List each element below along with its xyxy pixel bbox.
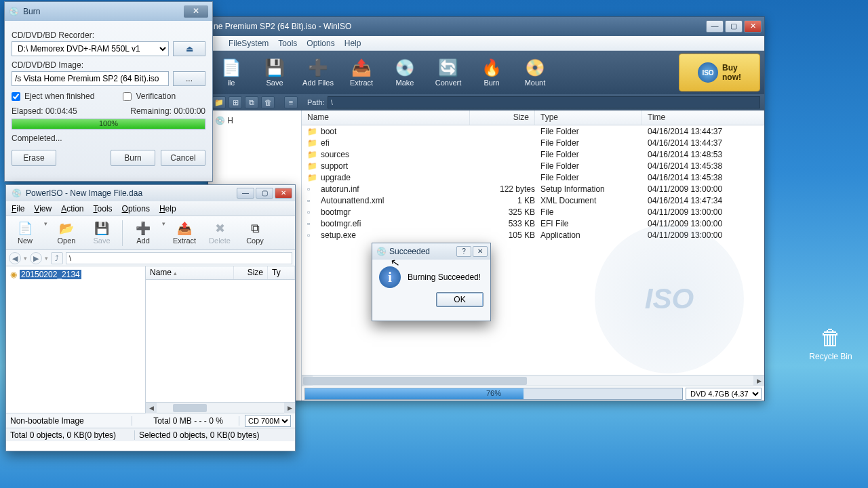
table-row[interactable]: 📁upgradeFile Folder04/16/2014 13:45:38 [302, 171, 764, 183]
ok-button[interactable]: OK [436, 292, 484, 307]
media-capacity-select[interactable]: DVD 4.7GB (4.37G) [686, 388, 762, 400]
nav-path-input[interactable] [66, 252, 292, 264]
file-icon: ▫ [307, 184, 318, 194]
menu-help[interactable]: Help [344, 39, 361, 48]
succeeded-titlebar[interactable]: 💿Succeeded ? ✕ [372, 243, 490, 260]
file-time: 04/16/2014 13:44:37 [648, 138, 759, 148]
poweriso-minimize-button[interactable]: — [237, 188, 254, 199]
menu-tools[interactable]: Tools [94, 204, 113, 214]
toolbar-mount[interactable]: 📀Mount [516, 54, 554, 92]
media-type-select[interactable]: CD 700M [245, 415, 291, 427]
file-time: 04/11/2009 13:00:00 [648, 230, 759, 240]
menu-file[interactable]: File [12, 204, 24, 214]
table-row[interactable]: 📁efiFile Folder04/16/2014 13:44:37 [302, 137, 764, 148]
succeeded-close-button[interactable]: ✕ [473, 246, 488, 257]
eject-when-finished-checkbox[interactable] [12, 92, 20, 101]
delete-button[interactable]: 🗑 [261, 96, 275, 108]
toolbar-open[interactable]: 📂Open [50, 218, 83, 249]
toolbar-add-files[interactable]: ➕Add Files [299, 54, 337, 92]
menu-tools[interactable]: Tools [278, 39, 297, 48]
table-row[interactable]: ▫bootmgr.efi533 KBEFI File04/11/2009 13:… [302, 218, 764, 229]
table-row[interactable]: 📁sourcesFile Folder04/16/2014 13:48:53 [302, 148, 764, 160]
poweriso-close-button[interactable]: ✕ [275, 188, 292, 199]
tree-root[interactable]: 💿 H [212, 115, 297, 127]
list-view-button[interactable]: ≡ [284, 96, 298, 108]
copy-button[interactable]: ⧉ [245, 96, 258, 108]
close-button[interactable]: ✕ [744, 20, 762, 33]
poweriso-titlebar[interactable]: 💿PowerISO - New Image File.daa — ▢ ✕ [6, 185, 295, 201]
col-time[interactable]: Time [642, 110, 764, 125]
path-input[interactable] [328, 96, 760, 108]
poweriso-tree[interactable]: ◉ 20150202_2134 [6, 266, 146, 413]
maximize-button[interactable]: ▢ [725, 20, 743, 33]
nav-up-button[interactable]: ⤴ [51, 252, 63, 264]
nav-back-button[interactable]: ◀ [9, 252, 21, 264]
desktop-recycle-bin[interactable]: 🗑 Recycle Bin [807, 325, 854, 361]
menu-options[interactable]: Options [307, 39, 334, 48]
table-row[interactable]: ▫bootmgr325 KBFile04/11/2009 13:00:00 [302, 206, 764, 218]
table-row[interactable]: ▫autorun.inf122 bytesSetup Information04… [302, 183, 764, 195]
burn-titlebar[interactable]: 💿Burn ✕ [5, 2, 212, 21]
menu-filesystem[interactable]: FileSystem [229, 39, 269, 48]
poweriso-maximize-button[interactable]: ▢ [256, 188, 273, 199]
toolbar-save[interactable]: 💾Save [256, 54, 294, 92]
scroll-thumb[interactable] [173, 404, 207, 412]
buy-now-button[interactable]: ISO Buynow! [679, 54, 760, 92]
toolbar-file[interactable]: 📄ile [212, 54, 250, 92]
scroll-left-button[interactable]: ◀ [146, 403, 157, 413]
recorder-select[interactable]: D:\ Memorex DVD+-RAM 550L v1 [12, 41, 169, 56]
menu-help[interactable]: Help [159, 204, 176, 214]
help-button[interactable]: ? [456, 246, 471, 257]
burn-button[interactable]: Burn [111, 150, 155, 166]
winiso-titlebar[interactable]: ne Premium SP2 (64 Bit).iso - WinISO — ▢… [208, 17, 764, 36]
browse-button[interactable]: ... [173, 71, 205, 86]
remaining-time: Remaining: 00:00:00 [130, 106, 205, 116]
dropdown-icon[interactable]: ▾ [162, 220, 165, 227]
new-folder-button[interactable]: ⊞ [229, 96, 242, 108]
scroll-thumb[interactable] [303, 377, 527, 385]
burn-close-button[interactable]: ✕ [184, 5, 208, 18]
poweriso-horizontal-scrollbar[interactable]: ◀ ▶ [146, 402, 295, 413]
poweriso-list-rows[interactable] [146, 280, 295, 402]
erase-button[interactable]: Erase [12, 150, 56, 166]
verification-checkbox[interactable] [123, 92, 132, 101]
toolbar-extract[interactable]: 📤Extract [168, 218, 201, 249]
table-row[interactable]: 📁supportFile Folder04/16/2014 13:45:38 [302, 160, 764, 171]
toolbar-copy[interactable]: ⧉Copy [239, 218, 271, 249]
scroll-right-button[interactable]: ▶ [753, 375, 764, 386]
toolbar-delete[interactable]: ✖Delete [203, 218, 236, 249]
minimize-button[interactable]: — [706, 20, 724, 33]
toolbar-new[interactable]: 📄New [9, 218, 41, 249]
col-size[interactable]: Size [234, 266, 268, 279]
col-name[interactable]: Name ▴ [146, 266, 234, 279]
horizontal-scrollbar[interactable]: ◀ ▶ [302, 375, 764, 386]
toolbar-add[interactable]: ➕Add [127, 218, 159, 249]
table-row[interactable]: ▫Autounattend.xml1 KBXML Document04/16/2… [302, 195, 764, 206]
col-size[interactable]: Size [470, 110, 535, 125]
col-type[interactable]: Type [535, 110, 642, 125]
file-icon: ▫ [307, 230, 318, 240]
toolbar-burn[interactable]: 🔥Burn [473, 54, 511, 92]
succeeded-message: Burning Succeeded! [408, 272, 481, 282]
menu-action[interactable]: Action [61, 204, 83, 214]
col-type[interactable]: Ty [268, 266, 295, 279]
folder-up-button[interactable]: 📁 [212, 96, 226, 108]
file-name: support [321, 161, 475, 171]
menu-options[interactable]: Options [122, 204, 150, 214]
menu-view[interactable]: View [34, 204, 52, 214]
eject-button[interactable]: ⏏ [173, 41, 205, 56]
table-row[interactable]: ▫setup.exe105 KBApplication04/11/2009 13… [302, 229, 764, 241]
file-name: efi [321, 138, 475, 148]
cancel-button[interactable]: Cancel [161, 150, 205, 166]
tree-item[interactable]: ◉ 20150202_2134 [9, 269, 142, 280]
toolbar-make[interactable]: 💿Make [386, 54, 424, 92]
image-path-input[interactable] [12, 71, 169, 86]
scroll-right-button[interactable]: ▶ [284, 403, 295, 413]
table-row[interactable]: 📁bootFile Folder04/16/2014 13:44:37 [302, 125, 764, 137]
dropdown-icon[interactable]: ▾ [44, 220, 47, 227]
toolbar-extract[interactable]: 📤Extract [342, 54, 380, 92]
col-name[interactable]: Name [302, 110, 470, 125]
toolbar-convert[interactable]: 🔄Convert [429, 54, 467, 92]
nav-forward-button[interactable]: ▶ [30, 252, 42, 264]
toolbar-save[interactable]: 💾Save [85, 218, 118, 249]
